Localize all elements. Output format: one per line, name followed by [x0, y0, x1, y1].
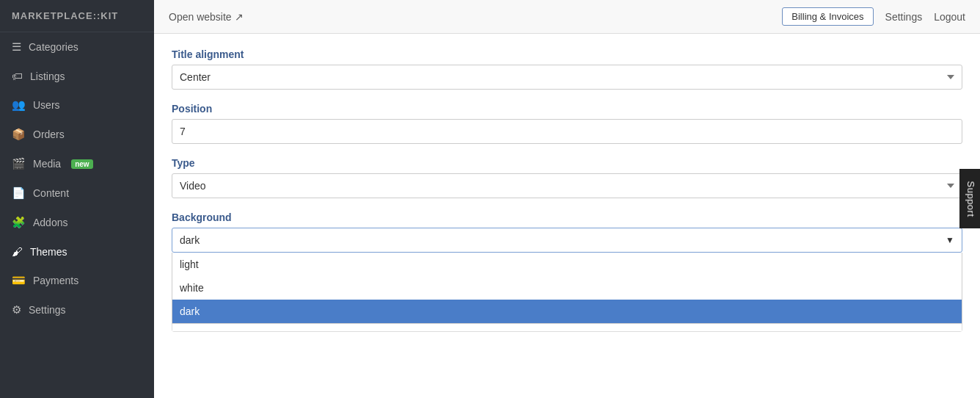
type-select[interactable]: Image Video Text	[172, 173, 962, 198]
support-button[interactable]: Support	[959, 169, 980, 228]
orders-icon: 📦	[12, 128, 26, 141]
listings-icon: 🏷	[12, 70, 23, 82]
sidebar-item-label: Categories	[29, 41, 78, 53]
sidebar-item-listings[interactable]: 🏷 Listings	[0, 62, 154, 90]
type-group: Type Image Video Text	[172, 157, 962, 198]
sidebar-item-themes[interactable]: 🖌 Themes	[0, 237, 154, 266]
addons-icon: 🧩	[12, 216, 26, 229]
sidebar-item-addons[interactable]: 🧩 Addons	[0, 208, 154, 237]
categories-icon: ☰	[12, 40, 21, 54]
logout-link[interactable]: Logout	[934, 11, 965, 23]
topbar: Open website ↗ Billing & Invoices Settin…	[154, 0, 980, 34]
background-option-dark[interactable]: dark	[172, 300, 962, 323]
sidebar-item-label: Orders	[33, 129, 65, 140]
sidebar-item-users[interactable]: 👥 Users	[0, 90, 154, 120]
background-dropdown-list: light white dark	[172, 253, 962, 324]
background-option-light[interactable]: light	[172, 253, 962, 276]
sidebar: MARKETPLACE::KIT ☰ Categories 🏷 Listings…	[0, 0, 154, 398]
content-icon: 📄	[12, 187, 26, 200]
users-icon: 👥	[12, 98, 26, 112]
position-input[interactable]	[172, 119, 962, 144]
background-dropdown-wrapper: dark ▼ light white dark	[172, 228, 962, 253]
media-new-badge: new	[71, 159, 92, 169]
topbar-right: Billing & Invoices Settings Logout	[782, 7, 965, 26]
title-alignment-select[interactable]: Left Center Right	[172, 65, 962, 90]
sidebar-item-payments[interactable]: 💳 Payments	[0, 266, 154, 295]
media-icon: 🎬	[12, 157, 26, 170]
background-select-display[interactable]: dark ▼	[172, 228, 962, 253]
sidebar-item-categories[interactable]: ☰ Categories	[0, 32, 154, 62]
background-group: Background dark ▼ light white dark	[172, 211, 962, 253]
sidebar-item-orders[interactable]: 📦 Orders	[0, 120, 154, 149]
background-option-white[interactable]: white	[172, 276, 962, 300]
chevron-down-icon: ▼	[946, 235, 954, 245]
background-selected-value: dark	[180, 234, 200, 246]
sidebar-item-label: Listings	[30, 70, 65, 82]
main-content: Open website ↗ Billing & Invoices Settin…	[154, 0, 980, 398]
open-website-link[interactable]: Open website ↗	[169, 11, 244, 23]
settings-sidebar-icon: ⚙	[12, 303, 21, 316]
sidebar-item-label: Payments	[33, 275, 78, 286]
topbar-left: Open website ↗	[169, 11, 244, 23]
external-link-icon: ↗	[235, 11, 244, 23]
sidebar-item-label: Media	[33, 158, 61, 170]
position-label: Position	[172, 103, 962, 115]
title-alignment-group: Title alignment Left Center Right	[172, 48, 962, 90]
sidebar-item-media[interactable]: 🎬 Media new	[0, 149, 154, 178]
type-label: Type	[172, 157, 962, 169]
sidebar-item-label: Addons	[33, 217, 67, 228]
payments-icon: 💳	[12, 274, 26, 287]
sidebar-item-label: Themes	[30, 246, 67, 258]
form-content: Title alignment Left Center Right Positi…	[154, 34, 980, 398]
settings-link[interactable]: Settings	[885, 11, 923, 23]
position-group: Position	[172, 103, 962, 144]
sidebar-item-settings[interactable]: ⚙ Settings	[0, 295, 154, 325]
background-label: Background	[172, 211, 962, 223]
sidebar-item-label: Users	[33, 99, 60, 111]
themes-icon: 🖌	[12, 245, 23, 258]
sidebar-item-label: Settings	[29, 304, 66, 316]
sidebar-item-label: Content	[33, 187, 69, 199]
brand-logo: MARKETPLACE::KIT	[0, 0, 154, 32]
title-alignment-label: Title alignment	[172, 48, 962, 60]
sidebar-item-content[interactable]: 📄 Content	[0, 178, 154, 208]
billing-invoices-button[interactable]: Billing & Invoices	[782, 7, 873, 26]
